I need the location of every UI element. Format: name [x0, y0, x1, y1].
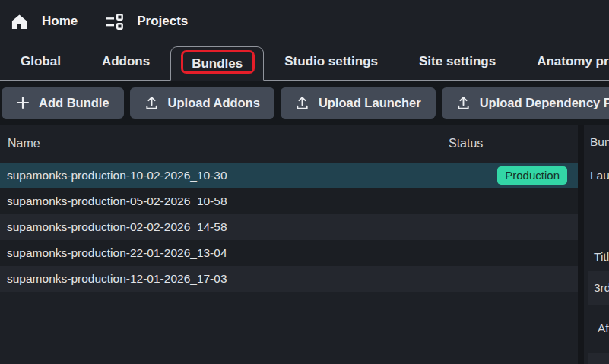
settings-tab-bar: Global Addons Bundles Studio settings Si…	[0, 43, 609, 81]
home-icon	[10, 12, 29, 31]
bundle-name-cell: supamonks-production-22-01-2026_13-04	[7, 246, 227, 260]
column-header-status-label: Status	[449, 137, 483, 150]
addon-row[interactable]: After Effects	[588, 312, 609, 345]
tab-global[interactable]: Global	[0, 43, 81, 80]
table-row[interactable]: supamonks-production-12-01-2026_17-03	[0, 266, 578, 292]
tab-addons[interactable]: Addons	[81, 43, 170, 80]
column-header-name[interactable]: Name	[0, 125, 436, 163]
upload-dependency-package-button[interactable]: Upload Dependency Package	[442, 87, 609, 119]
add-bundle-label: Add Bundle	[39, 96, 109, 110]
plus-icon	[16, 96, 30, 109]
panel-divider	[578, 125, 584, 364]
table-row[interactable]: supamonks-production-02-02-2026_14-58	[0, 214, 578, 240]
tab-site-settings[interactable]: Site settings	[398, 43, 516, 80]
upload-launcher-button[interactable]: Upload Launcher	[281, 87, 436, 119]
tab-anatomy-presets[interactable]: Anatomy presets	[516, 43, 609, 80]
table-row[interactable]: supamonks-production-05-02-2026_10-58	[0, 188, 578, 214]
addon-title-cell: After Effects	[598, 321, 609, 335]
tab-global-label: Global	[21, 54, 61, 69]
tab-bundles[interactable]: Bundles	[170, 46, 264, 81]
tab-bundles-label: Bundles	[192, 56, 243, 71]
upload-launcher-label: Upload Launcher	[319, 96, 421, 110]
tab-addons-label: Addons	[102, 54, 150, 69]
addon-row[interactable]	[588, 353, 609, 364]
upload-icon	[295, 96, 309, 110]
nav-projects-label: Projects	[137, 14, 188, 29]
panel-section-divider	[588, 223, 609, 223]
addon-row[interactable]: 3rd Party	[588, 271, 609, 305]
upload-addons-label: Upload Addons	[168, 96, 260, 110]
bundle-detail-panel: Bundle name Launcher version Title 3rd P…	[584, 125, 609, 364]
bundle-name-cell: supamonks-production-10-02-2026_10-30	[7, 169, 227, 182]
nav-projects[interactable]: Projects	[105, 12, 188, 31]
bundle-name-field-label: Bundle name	[590, 135, 609, 149]
status-badge: Production	[497, 166, 567, 185]
upload-icon	[144, 96, 159, 110]
bundles-main-area: Name Status supamonks-production-10-02-2…	[0, 125, 609, 364]
add-bundle-button[interactable]: Add Bundle	[2, 87, 124, 119]
bundle-name-cell: supamonks-production-05-02-2026_10-58	[7, 195, 227, 208]
top-navigation-bar: Home Projects	[0, 0, 609, 43]
launcher-version-field-label: Launcher version	[590, 169, 609, 182]
bundles-table: Name Status supamonks-production-10-02-2…	[0, 125, 578, 364]
addons-title-column-header: Title	[594, 250, 609, 264]
tab-anatomy-presets-label: Anatomy presets	[537, 54, 609, 69]
tab-studio-settings-label: Studio settings	[284, 54, 378, 69]
table-header-row: Name Status	[0, 125, 578, 163]
bundle-name-cell: supamonks-production-12-01-2026_17-03	[7, 272, 227, 286]
nav-home-label: Home	[42, 14, 78, 29]
upload-addons-button[interactable]: Upload Addons	[130, 87, 274, 119]
tab-site-settings-label: Site settings	[419, 54, 496, 69]
bundle-name-cell: supamonks-production-02-02-2026_14-58	[7, 220, 227, 234]
addon-title-cell: 3rd Party	[594, 281, 609, 295]
projects-icon	[105, 12, 124, 31]
upload-dependency-package-label: Upload Dependency Package	[480, 96, 609, 110]
tab-studio-settings[interactable]: Studio settings	[264, 43, 398, 80]
bundles-toolbar: Add Bundle Upload Addons Upload Launcher…	[0, 81, 609, 125]
nav-home[interactable]: Home	[10, 12, 78, 31]
table-row[interactable]: supamonks-production-22-01-2026_13-04	[0, 240, 578, 266]
upload-icon	[456, 96, 471, 110]
column-header-status[interactable]: Status	[436, 125, 578, 163]
table-row[interactable]: supamonks-production-10-02-2026_10-30 Pr…	[0, 163, 578, 188]
column-header-name-label: Name	[8, 137, 40, 150]
